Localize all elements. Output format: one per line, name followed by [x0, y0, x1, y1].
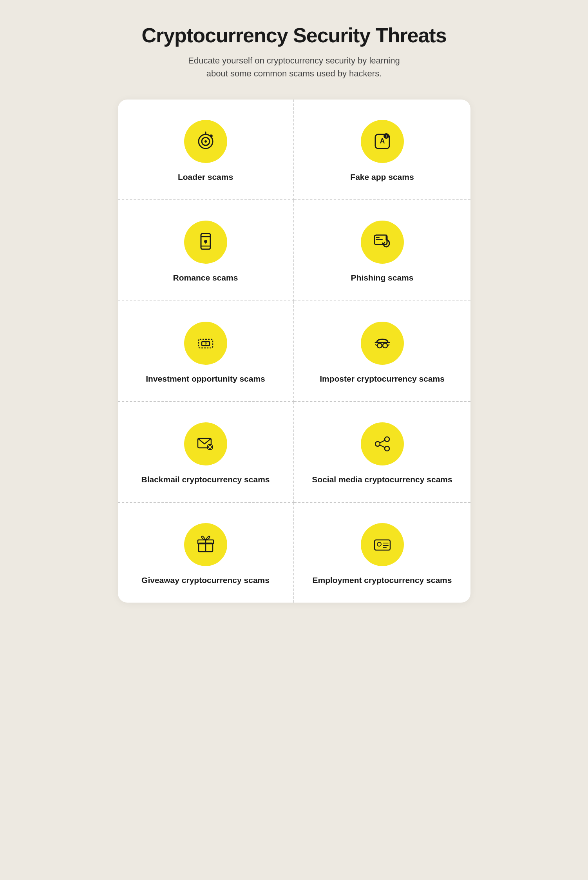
svg-point-29: [385, 437, 389, 442]
phishing-scams-icon-circle: [361, 221, 404, 264]
svg-text:$: $: [204, 341, 206, 345]
phone-heart-icon: [195, 231, 217, 253]
svg-line-33: [380, 445, 385, 447]
cell-imposter-scams: Imposter cryptocurrency scams: [294, 301, 470, 402]
id-card-icon: [371, 534, 393, 556]
romance-scams-icon-circle: [184, 221, 227, 264]
threat-card: Loader scams A ! Fake app scams: [118, 100, 470, 603]
svg-point-31: [385, 446, 389, 451]
loader-scams-icon-circle: [184, 120, 227, 163]
cell-phishing-scams: Phishing scams: [294, 200, 470, 301]
spy-icon: [371, 332, 393, 354]
employment-scams-label: Employment cryptocurrency scams: [313, 575, 452, 585]
cell-employment-scams: Employment cryptocurrency scams: [294, 503, 470, 603]
cell-loader-scams: Loader scams: [118, 100, 294, 200]
app-store-icon: A !: [371, 130, 393, 152]
imposter-scams-icon-circle: [361, 322, 404, 365]
imposter-scams-label: Imposter cryptocurrency scams: [320, 373, 445, 384]
svg-point-30: [375, 442, 380, 446]
share-icon: [371, 433, 393, 455]
threat-grid: Loader scams A ! Fake app scams: [118, 100, 470, 603]
blackmail-scams-icon-circle: [184, 422, 227, 465]
investment-scams-label: Investment opportunity scams: [146, 373, 265, 384]
cell-social-media-scams: Social media cryptocurrency scams: [294, 402, 470, 503]
svg-line-32: [380, 440, 385, 443]
cell-investment-scams: $ Investment opportunity scams: [118, 301, 294, 402]
investment-scams-icon-circle: $: [184, 322, 227, 365]
svg-point-21: [383, 343, 387, 348]
giveaway-scams-label: Giveaway cryptocurrency scams: [141, 575, 270, 585]
money-dashed-icon: $: [195, 332, 217, 354]
envelope-x-icon: [195, 433, 217, 455]
cell-blackmail-scams: Blackmail cryptocurrency scams: [118, 402, 294, 503]
cell-romance-scams: Romance scams: [118, 200, 294, 301]
svg-point-38: [377, 542, 381, 546]
blackmail-scams-label: Blackmail cryptocurrency scams: [141, 474, 270, 485]
social-media-scams-label: Social media cryptocurrency scams: [312, 474, 452, 485]
gift-icon: [195, 534, 217, 556]
fake-app-scams-label: Fake app scams: [350, 172, 414, 182]
fake-app-scams-icon-circle: A !: [361, 120, 404, 163]
social-media-scams-icon-circle: [361, 422, 404, 465]
giveaway-scams-icon-circle: [184, 523, 227, 566]
svg-point-20: [377, 343, 382, 348]
svg-text:A: A: [380, 137, 385, 145]
cell-giveaway-scams: Giveaway cryptocurrency scams: [118, 503, 294, 603]
page-subtitle: Educate yourself on cryptocurrency secur…: [185, 54, 404, 80]
loader-scams-label: Loader scams: [178, 172, 233, 182]
romance-scams-label: Romance scams: [173, 272, 238, 283]
svg-text:!: !: [385, 134, 387, 138]
target-icon: [195, 130, 217, 152]
page-title: Cryptocurrency Security Threats: [141, 24, 446, 47]
phishing-icon: [371, 231, 393, 253]
svg-point-2: [204, 140, 207, 143]
employment-scams-icon-circle: [361, 523, 404, 566]
cell-fake-app-scams: A ! Fake app scams: [294, 100, 470, 200]
phishing-scams-label: Phishing scams: [351, 272, 414, 283]
